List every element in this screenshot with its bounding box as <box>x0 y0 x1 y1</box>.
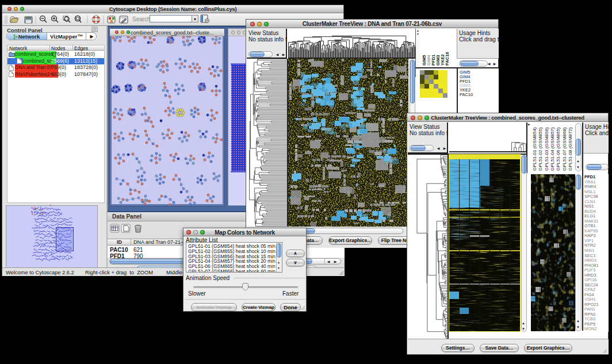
svg-text:GPL51-06 (GSM865): GPL51-06 (GSM865) <box>556 127 561 171</box>
svg-text:GPL51-03 (GSM856): GPL51-03 (GSM856) <box>544 127 549 171</box>
svg-text:GPL51-08 (GSM872): GPL51-08 (GSM872) <box>568 127 573 171</box>
svg-text:GPL51-04 (GSM857): GPL51-04 (GSM857) <box>550 127 555 171</box>
svg-text:GPL51-07 (GSM868): GPL51-07 (GSM868) <box>562 127 567 171</box>
svg-text:GPL51-02 (GSM855): GPL51-02 (GSM855) <box>538 127 543 171</box>
svg-text:GPL51-01 (GSM854): GPL51-01 (GSM854) <box>532 127 537 171</box>
svg-text:PAC10: PAC10 <box>445 52 450 66</box>
